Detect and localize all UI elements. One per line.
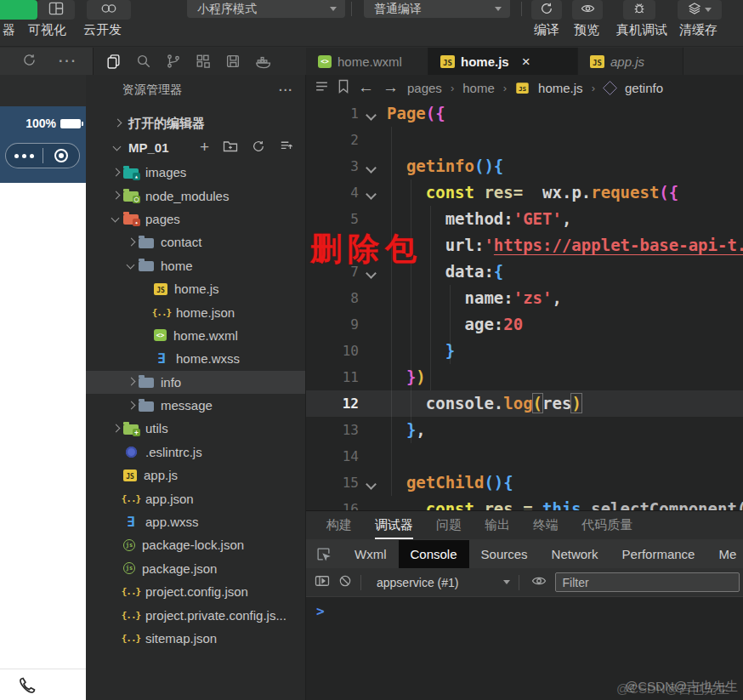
code-line-2[interactable]: 2 [306, 127, 743, 153]
panel-tab-构建[interactable]: 构建 [326, 517, 352, 533]
minimize-target-icon[interactable] [43, 149, 80, 162]
chevron-right-icon[interactable] [110, 167, 122, 179]
tree-item-package-lock.json[interactable]: jspackage-lock.json [86, 533, 305, 556]
tree-item-home.js[interactable]: JShome.js [86, 277, 305, 300]
more-actions-icon[interactable]: ··· [59, 54, 77, 69]
forward-arrow-icon[interactable]: → [383, 78, 399, 97]
tree-item-pages[interactable]: pages [86, 208, 305, 230]
tab-home-js[interactable]: JS home.js × [428, 48, 578, 75]
search-icon[interactable] [136, 54, 151, 69]
mode-dropdown[interactable]: 小程序模式 [187, 0, 345, 18]
explorer-files-icon[interactable] [105, 53, 122, 70]
inspect-element-icon[interactable] [306, 547, 339, 561]
devtools-tab-console[interactable]: Console [399, 540, 469, 568]
chevron-right-icon[interactable] [125, 376, 137, 388]
chevron-down-icon[interactable] [110, 213, 122, 225]
show-sidebar-icon[interactable] [315, 574, 330, 591]
code-line-9[interactable]: 9age:20 [306, 311, 743, 338]
code-line-10[interactable]: 10} [306, 338, 743, 364]
new-folder-icon[interactable] [223, 139, 238, 155]
code-line-11[interactable]: 11}) [306, 364, 743, 390]
simulator-page-body[interactable] [0, 183, 86, 669]
sync-icon[interactable] [22, 53, 37, 71]
panel-tab-终端[interactable]: 终端 [533, 517, 559, 533]
devtools-tab-network[interactable]: Network [540, 540, 610, 568]
save-layout-icon[interactable] [225, 54, 241, 69]
new-file-icon[interactable]: + [200, 141, 209, 153]
tree-item-home.json[interactable]: {..}home.json [86, 300, 305, 323]
filter-input[interactable] [555, 572, 740, 592]
compile-mode-dropdown[interactable]: 普通编译 [364, 0, 510, 18]
chevron-right-icon[interactable] [125, 400, 137, 412]
docker-icon[interactable] [255, 54, 272, 69]
open-editors-section[interactable]: 打开的编辑器 [86, 112, 305, 134]
close-icon[interactable]: × [522, 54, 530, 69]
collapse-all-icon[interactable] [279, 139, 293, 156]
more-menu-icon[interactable] [6, 154, 43, 158]
code-line-8[interactable]: 8name:'zs', [306, 285, 743, 311]
code-line-12[interactable]: 12console.log(res) [306, 390, 743, 417]
tree-item-message[interactable]: message [86, 394, 305, 417]
phone-icon[interactable] [17, 675, 37, 699]
code-lines[interactable]: 1Page({23getinfo(){4const res= wx.p.requ… [306, 100, 743, 510]
extensions-icon[interactable] [196, 54, 211, 69]
eye-icon[interactable] [531, 575, 547, 590]
tree-item-home.wxss[interactable]: ∃home.wxss [86, 347, 305, 370]
code-line-4[interactable]: 4const res= wx.p.request({ [306, 179, 743, 206]
devtools-tab-me[interactable]: Me [706, 540, 743, 568]
chevron-right-icon[interactable] [110, 423, 122, 435]
panel-tab-代码质量[interactable]: 代码质量 [581, 517, 632, 533]
capsule-menu[interactable] [5, 143, 80, 168]
visual-editor-button[interactable] [37, 0, 75, 20]
breadcrumb-item-home[interactable]: home [462, 81, 495, 95]
breadcrumb-item-symbol[interactable]: getinfo [625, 81, 663, 95]
code-line-3[interactable]: 3getinfo(){ [306, 153, 743, 179]
bookmark-icon[interactable] [337, 79, 349, 96]
preview-button[interactable] [572, 0, 603, 20]
project-root-section[interactable]: MP_01 + [86, 136, 305, 158]
panel-tab-调试器[interactable]: 调试器 [375, 517, 413, 539]
compile-button[interactable] [531, 0, 562, 20]
code-line-16[interactable]: 16const res = this.selectComponent( [306, 496, 743, 510]
context-selector[interactable]: appservice (#1) [377, 576, 459, 589]
tab-home-wxml[interactable]: <> home.wxml [306, 48, 428, 75]
chevron-right-icon[interactable] [125, 236, 137, 248]
chevron-right-icon[interactable] [110, 190, 122, 202]
breadcrumb-item-file[interactable]: home.js [538, 81, 583, 95]
tree-item-app.js[interactable]: JSapp.js [86, 464, 305, 487]
tree-item-node_modules[interactable]: node_modules [86, 184, 305, 207]
tree-item-project.config.json[interactable]: {..}project.config.json [86, 580, 305, 603]
refresh-icon[interactable] [252, 139, 265, 156]
breadcrumb-item-pages[interactable]: pages [407, 81, 442, 95]
back-arrow-icon[interactable]: ← [358, 78, 374, 97]
code-line-13[interactable]: 13}, [306, 417, 743, 443]
panel-tab-输出[interactable]: 输出 [485, 517, 510, 533]
tree-item-contact[interactable]: contact [86, 230, 305, 253]
devtools-tab-performance[interactable]: Performance [610, 540, 707, 568]
tree-item-images[interactable]: images [86, 161, 305, 184]
tab-app-js[interactable]: JS app.js [578, 48, 683, 75]
tree-item-home[interactable]: home [86, 254, 305, 277]
tree-item-.eslintrc.js[interactable]: .eslintrc.js [86, 441, 305, 464]
clear-cache-button[interactable] [678, 0, 722, 20]
chevron-down-icon[interactable] [503, 580, 510, 584]
code-line-15[interactable]: 15getChild(){ [306, 470, 743, 496]
simulator-toggle-button[interactable] [0, 0, 37, 20]
panel-tab-问题[interactable]: 问题 [436, 517, 462, 533]
git-branch-icon[interactable] [166, 54, 181, 69]
chevron-down-icon[interactable] [125, 259, 137, 271]
tree-item-project.private.config.js...[interactable]: {..}project.private.config.js... [86, 603, 305, 626]
outline-list-icon[interactable] [315, 80, 329, 95]
cloud-dev-button[interactable] [87, 0, 131, 20]
editor-pane[interactable]: ← → pages › home › JS home.js › getinfo … [306, 75, 743, 510]
tree-item-sitemap.json[interactable]: {..}sitemap.json [86, 627, 305, 650]
tree-item-app.wxss[interactable]: ∃app.wxss [86, 510, 305, 533]
tree-item-package.json[interactable]: jspackage.json [86, 557, 305, 580]
code-line-1[interactable]: 1Page({ [306, 100, 743, 127]
tree-item-home.wxml[interactable]: <>home.wxml [86, 324, 305, 347]
device-debug-button[interactable] [623, 0, 655, 20]
clear-console-icon[interactable] [338, 574, 352, 591]
code-line-14[interactable]: 14 [306, 443, 743, 470]
devtools-tab-wxml[interactable]: Wxml [343, 540, 399, 568]
more-actions-icon[interactable]: ··· [279, 83, 293, 97]
